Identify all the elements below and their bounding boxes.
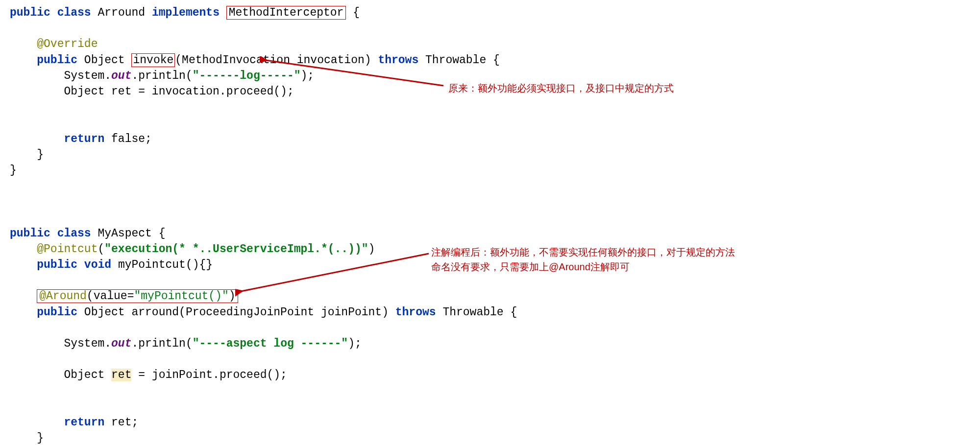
code-text: Object [10,369,111,381]
string-literal: "execution(* *..UserServiceImpl.*(..))" [104,243,368,256]
code-line: System.out.println("----aspect log -----… [10,336,970,351]
annotation-override: @Override [37,38,98,50]
code-line: } [10,430,970,445]
highlight-ret: ret [111,369,131,381]
annotation-label-line1: 注解编程后：额外功能，不需要实现任何额外的接口，对于规定的方法 [431,247,735,258]
code-line [10,273,970,288]
keyword-return: return [64,416,104,429]
code-line [10,351,970,367]
code-text: Throwable { [436,306,517,319]
blank-line [10,178,970,194]
code-text: (value= [87,290,134,303]
annotation-text-top: 原来：额外功能必须实现接口，及接口中规定的方式 [448,81,674,95]
code-line [10,99,970,115]
blank-line [10,210,970,225]
boxed-method-name: invoke [131,53,175,67]
code-line: public class Arround implements MethodIn… [10,5,970,21]
code-line: return false; [10,131,970,147]
code-line: Object ret = joinPoint.proceed(); [10,367,970,383]
code-text: Object ret = invocation.proceed(); [10,85,294,98]
code-line [10,320,970,336]
brace: } [10,432,44,445]
paren: ( [98,243,104,256]
code-line: return ret; [10,415,970,430]
keyword-return: return [64,133,104,145]
throws-list: Throwable { [418,54,500,67]
keyword-public: public [37,258,77,271]
boxed-around-annotation: @Around(value="myPointcut()") [37,289,238,303]
code-text: ret; [104,416,138,429]
field-out: out [111,70,131,82]
keyword-throws: throws [378,54,418,67]
class-name: Arround [98,6,145,19]
annotation-around: @Around [39,290,87,303]
keyword-public: public [10,227,50,240]
field-out: out [111,337,131,350]
code-text: = joinPoint.proceed(); [131,369,287,381]
annotation-label: 原来：额外功能必须实现接口，及接口中规定的方式 [448,83,674,94]
brace: } [10,164,17,177]
brace: { [346,6,360,19]
code-text: .println( [131,337,192,350]
code-text: false; [104,133,152,145]
code-line [10,399,970,415]
annotation-pointcut: @Pointcut [37,243,98,256]
code-line: public Object arround(ProceedingJoinPoin… [10,304,970,320]
string-literal: "------log-----" [193,70,301,82]
return-type: Object [77,54,131,67]
keyword-class: class [57,227,91,240]
blank-line [10,194,970,210]
paren: ) [229,290,236,303]
annotation-label-line2: 命名没有要求，只需要加上@Around注解即可 [431,261,630,272]
keyword-throws: throws [395,306,436,319]
code-line: @Around(value="myPointcut()") [10,288,970,304]
paren: ) [368,243,375,256]
keyword-public: public [10,6,50,19]
code-line [10,115,970,131]
code-text: Object arround(ProceedingJoinPoint joinP… [77,306,395,319]
code-text: System. [10,337,111,350]
brace: } [10,148,44,161]
code-line [10,383,970,399]
code-line: public Object invoke(MethodInvocation in… [10,52,970,68]
boxed-interface: MethodInterceptor [226,6,346,20]
class-name: MyAspect { [91,227,166,240]
code-line: } [10,147,970,163]
keyword-public: public [37,54,77,67]
string-literal: "----aspect log ------" [193,337,348,350]
code-line: public class MyAspect { [10,226,970,241]
keyword-public: public [37,306,77,319]
params: (MethodInvocation invocation) [175,54,378,67]
annotation-text-bottom: 注解编程后：额外功能，不需要实现任何额外的接口，对于规定的方法 命名没有要求，只… [431,245,735,274]
keyword-class: class [57,6,91,19]
string-literal: "myPointcut()" [134,290,228,303]
keyword-implements: implements [152,6,220,19]
code-line [10,21,970,36]
code-text: ); [301,70,315,82]
code-text: ); [348,337,362,350]
code-text: System. [10,70,111,82]
code-line: } [10,163,970,178]
code-line: @Override [10,36,970,52]
keyword-void: void [84,258,111,271]
code-text: .println( [131,70,192,82]
method-decl: myPointcut(){} [111,258,213,271]
